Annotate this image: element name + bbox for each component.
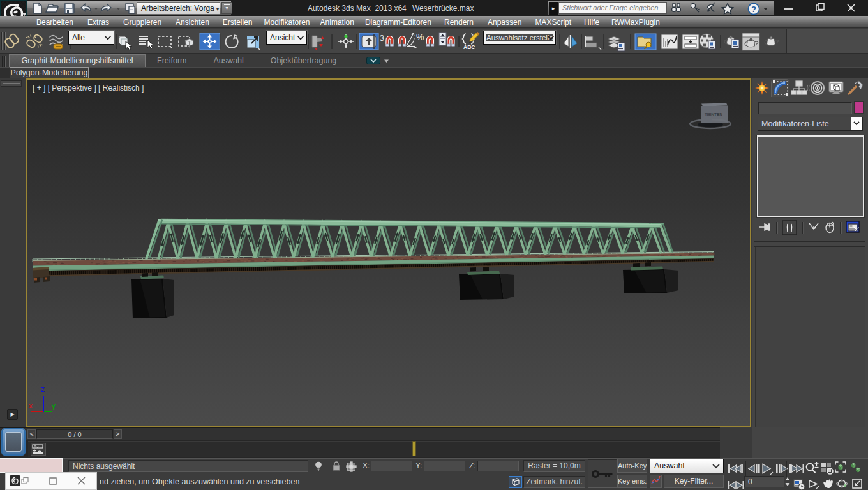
svg-text:3: 3 [380,34,384,43]
svg-text:ABC: ABC [463,44,475,50]
svg-text:?: ? [751,4,756,14]
svg-text:TE: TE [705,112,710,117]
svg-text:x: x [29,401,33,410]
svg-text:%: % [416,32,424,42]
svg-text:y: y [52,401,56,410]
svg-text:z: z [41,385,45,394]
